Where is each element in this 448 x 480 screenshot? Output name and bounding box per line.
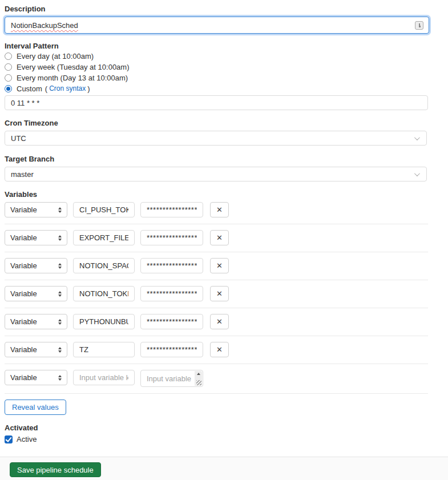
variable-type-select[interactable]: Variable bbox=[5, 202, 67, 217]
variable-value-input[interactable] bbox=[140, 202, 203, 217]
sort-arrows-icon bbox=[58, 263, 62, 269]
pipeline-schedule-form: Description NotionBackupSched Interval P… bbox=[0, 0, 448, 443]
remove-variable-button[interactable]: ✕ bbox=[210, 342, 229, 357]
variable-row-empty: Variable Input variable bbox=[5, 364, 428, 394]
interval-option-weekly[interactable]: Every week (Tuesday at 10:00am) bbox=[5, 62, 448, 72]
variable-type-value: Variable bbox=[10, 373, 37, 382]
cron-timezone-select[interactable]: UTC bbox=[5, 131, 427, 146]
remove-variable-button[interactable]: ✕ bbox=[210, 202, 229, 217]
interval-option-daily[interactable]: Every day (at 10:00am) bbox=[5, 51, 448, 61]
variable-value-placeholder: Input variable bbox=[147, 374, 191, 383]
variable-type-select[interactable]: Variable bbox=[5, 370, 67, 385]
cron-timezone-label: Cron Timezone bbox=[5, 119, 448, 127]
activated-label: Activated bbox=[5, 423, 448, 432]
variable-value-input[interactable] bbox=[140, 258, 203, 273]
active-checkbox-row[interactable]: Active bbox=[5, 435, 448, 443]
variable-type-value: Variable bbox=[10, 261, 37, 270]
variable-value-input[interactable] bbox=[140, 314, 203, 329]
sort-arrows-icon bbox=[58, 347, 62, 353]
remove-variable-button[interactable]: ✕ bbox=[210, 286, 229, 301]
description-label: Description bbox=[5, 5, 448, 13]
sort-arrows-icon bbox=[58, 319, 62, 325]
checkbox-checked-icon[interactable] bbox=[5, 435, 13, 443]
description-input[interactable]: NotionBackupSched bbox=[5, 17, 429, 34]
variable-row: Variable ✕ bbox=[5, 280, 428, 308]
variable-value-input[interactable] bbox=[140, 286, 203, 301]
variable-type-select[interactable]: Variable bbox=[5, 258, 67, 273]
reveal-values-button[interactable]: Reveal values bbox=[5, 400, 66, 415]
radio-checked-icon[interactable] bbox=[5, 85, 12, 92]
form-footer: Save pipeline schedule bbox=[0, 457, 448, 480]
variable-type-value: Variable bbox=[10, 345, 37, 354]
textarea-scrollbar[interactable] bbox=[195, 371, 202, 386]
interval-option-label: Every week (Tuesday at 10:00am) bbox=[17, 63, 130, 71]
variable-type-value: Variable bbox=[10, 289, 37, 298]
active-checkbox-label: Active bbox=[17, 435, 37, 443]
sort-arrows-icon bbox=[58, 235, 62, 241]
variable-type-value: Variable bbox=[10, 317, 37, 326]
target-branch-value: master bbox=[11, 170, 34, 179]
variable-row: Variable ✕ bbox=[5, 224, 428, 252]
resize-grip-icon[interactable] bbox=[196, 380, 201, 385]
variable-row: Variable ✕ bbox=[5, 199, 428, 224]
cron-timezone-value: UTC bbox=[11, 134, 26, 143]
browser-extension-icon[interactable] bbox=[415, 21, 423, 30]
variable-row: Variable ✕ bbox=[5, 252, 428, 280]
variable-type-value: Variable bbox=[10, 205, 37, 214]
cron-pattern-input[interactable] bbox=[5, 95, 428, 110]
variable-key-input[interactable] bbox=[73, 314, 135, 329]
variable-row: Variable ✕ bbox=[5, 308, 428, 336]
variables-list: Variable ✕ Variable ✕ Variable ✕ Variabl… bbox=[5, 199, 428, 394]
variable-key-input[interactable] bbox=[73, 258, 135, 273]
save-pipeline-schedule-button[interactable]: Save pipeline schedule bbox=[10, 462, 101, 477]
sort-arrows-icon bbox=[58, 375, 62, 381]
variable-key-input[interactable] bbox=[73, 230, 135, 245]
remove-variable-button[interactable]: ✕ bbox=[210, 230, 229, 245]
chevron-down-icon bbox=[414, 171, 420, 176]
variable-row: Variable ✕ bbox=[5, 336, 428, 364]
variable-value-textarea[interactable]: Input variable bbox=[140, 370, 203, 387]
interval-pattern-label: Interval Pattern bbox=[5, 42, 448, 50]
variable-type-select[interactable]: Variable bbox=[5, 230, 67, 245]
variable-key-input[interactable] bbox=[73, 342, 135, 357]
target-branch-label: Target Branch bbox=[5, 155, 448, 163]
variable-type-value: Variable bbox=[10, 233, 37, 242]
variable-key-input[interactable] bbox=[73, 370, 135, 385]
interval-option-label: Every day (at 10:00am) bbox=[17, 52, 94, 60]
variable-key-input[interactable] bbox=[73, 202, 135, 217]
interval-option-custom[interactable]: Custom ( Cron syntax ) bbox=[5, 83, 448, 94]
variable-key-input[interactable] bbox=[73, 286, 135, 301]
scroll-up-icon[interactable] bbox=[197, 373, 200, 375]
remove-variable-button[interactable]: ✕ bbox=[210, 258, 229, 273]
radio-unchecked-icon[interactable] bbox=[5, 63, 12, 71]
paren-open: ( bbox=[45, 84, 47, 93]
interval-option-label: Custom bbox=[17, 84, 42, 93]
radio-unchecked-icon[interactable] bbox=[5, 74, 12, 82]
radio-unchecked-icon[interactable] bbox=[5, 53, 12, 60]
variable-value-input[interactable] bbox=[140, 230, 203, 245]
variable-type-select[interactable]: Variable bbox=[5, 314, 67, 329]
paren-close: ) bbox=[87, 84, 90, 93]
variables-label: Variables bbox=[5, 190, 448, 199]
cron-syntax-link[interactable]: Cron syntax bbox=[49, 84, 86, 92]
remove-variable-button[interactable]: ✕ bbox=[210, 314, 229, 329]
variable-type-select[interactable]: Variable bbox=[5, 286, 67, 301]
sort-arrows-icon bbox=[58, 207, 62, 213]
variable-type-select[interactable]: Variable bbox=[5, 342, 67, 357]
interval-option-label: Every month (Day 13 at 10:00am) bbox=[17, 74, 128, 82]
interval-option-monthly[interactable]: Every month (Day 13 at 10:00am) bbox=[5, 72, 448, 83]
sort-arrows-icon bbox=[58, 291, 62, 297]
chevron-down-icon bbox=[414, 135, 420, 140]
description-value: NotionBackupSched bbox=[11, 21, 78, 30]
variable-value-input[interactable] bbox=[140, 342, 203, 357]
target-branch-select[interactable]: master bbox=[5, 167, 427, 181]
